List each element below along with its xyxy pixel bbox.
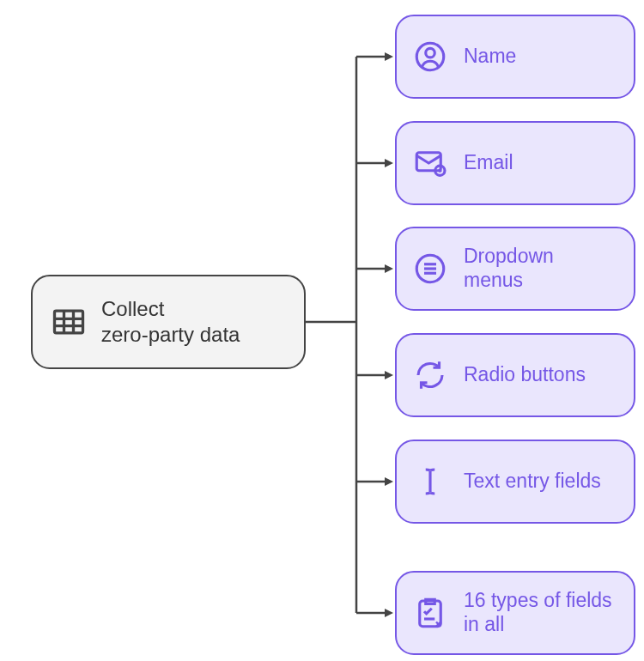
svg-marker-3 — [385, 371, 393, 379]
leaf-node-radio: Radio buttons — [395, 333, 635, 417]
root-label: Collectzero-party data — [101, 296, 240, 348]
diagram-canvas: Collectzero-party data Name Email — [0, 0, 644, 661]
svg-rect-6 — [55, 311, 83, 333]
envelope-icon — [412, 145, 448, 181]
leaf-label: 16 types of fields in all — [464, 589, 618, 636]
list-icon — [412, 251, 448, 287]
person-icon — [412, 39, 448, 75]
leaf-label: Email — [464, 151, 513, 175]
leaf-label: Dropdown menus — [464, 245, 618, 292]
svg-marker-2 — [385, 264, 393, 273]
table-icon — [50, 303, 88, 341]
refresh-icon — [412, 357, 448, 393]
leaf-node-dropdown: Dropdown menus — [395, 227, 635, 311]
leaf-node-all: 16 types of fields in all — [395, 571, 635, 655]
checklist-icon — [412, 595, 448, 631]
text-cursor-icon — [412, 464, 448, 500]
svg-marker-4 — [385, 477, 393, 486]
svg-marker-1 — [385, 159, 393, 167]
svg-marker-0 — [385, 52, 393, 61]
leaf-label: Text entry fields — [464, 470, 601, 494]
leaf-node-text: Text entry fields — [395, 440, 635, 524]
leaf-node-email: Email — [395, 121, 635, 205]
svg-point-12 — [426, 48, 435, 58]
leaf-node-name: Name — [395, 15, 635, 99]
leaf-label: Name — [464, 45, 516, 69]
leaf-label: Radio buttons — [464, 363, 586, 387]
root-node: Collectzero-party data — [31, 275, 306, 369]
svg-marker-5 — [385, 609, 393, 617]
